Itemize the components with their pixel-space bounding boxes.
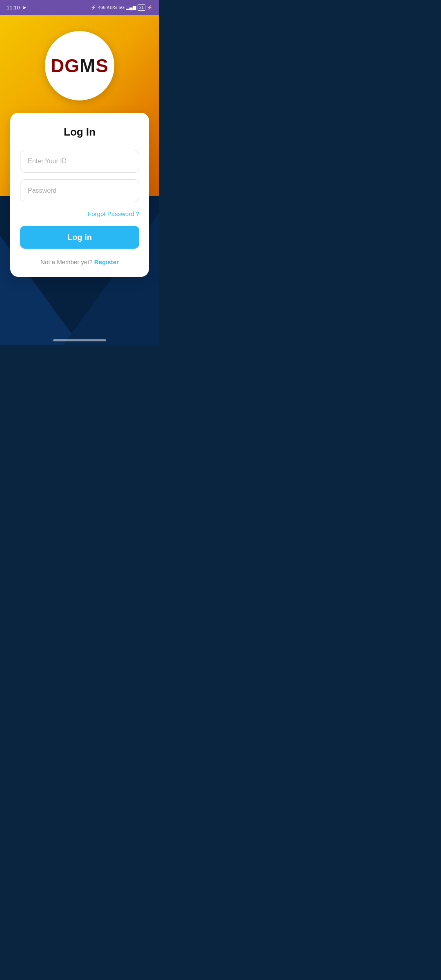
charging-icon: ⚡ (147, 5, 153, 10)
not-member-text: Not a Member yet? (40, 258, 93, 265)
battery-indicator: 21 (138, 4, 145, 11)
bluetooth-icon: ⚡ (91, 5, 96, 10)
home-indicator (53, 339, 106, 341)
network-type: 5G (118, 5, 125, 10)
status-left: 11:10 ➤ (7, 4, 27, 11)
password-input[interactable] (20, 179, 139, 202)
logo-g: G (65, 55, 80, 76)
location-icon: ➤ (22, 4, 27, 11)
status-right: ⚡ 466 KB/S 5G ▂▄▆ 21 ⚡ (91, 4, 153, 11)
data-speed: 466 KB/S (98, 5, 117, 10)
status-bar: 11:10 ➤ ⚡ 466 KB/S 5G ▂▄▆ 21 ⚡ (0, 0, 159, 15)
logo-d: D (51, 55, 65, 76)
register-text-container: Not a Member yet? Register (20, 258, 139, 265)
user-id-input[interactable] (20, 150, 139, 173)
main-content: DGMS Log In Forgot Password ? Log in Not… (0, 15, 159, 345)
login-card: Log In Forgot Password ? Log in Not a Me… (10, 113, 149, 277)
logo-circle: DGMS (45, 31, 114, 100)
logo-s: S (96, 55, 109, 76)
battery-level: 21 (139, 5, 144, 10)
forgot-password-container: Forgot Password ? (20, 210, 139, 218)
time-display: 11:10 (7, 4, 20, 11)
login-title: Log In (20, 126, 139, 138)
logo-m: M (80, 55, 96, 76)
login-button[interactable]: Log in (20, 226, 139, 249)
logo: DGMS (51, 55, 109, 77)
forgot-password-link[interactable]: Forgot Password ? (88, 210, 139, 217)
register-link[interactable]: Register (94, 258, 119, 265)
signal-icon: ▂▄▆ (126, 5, 136, 10)
